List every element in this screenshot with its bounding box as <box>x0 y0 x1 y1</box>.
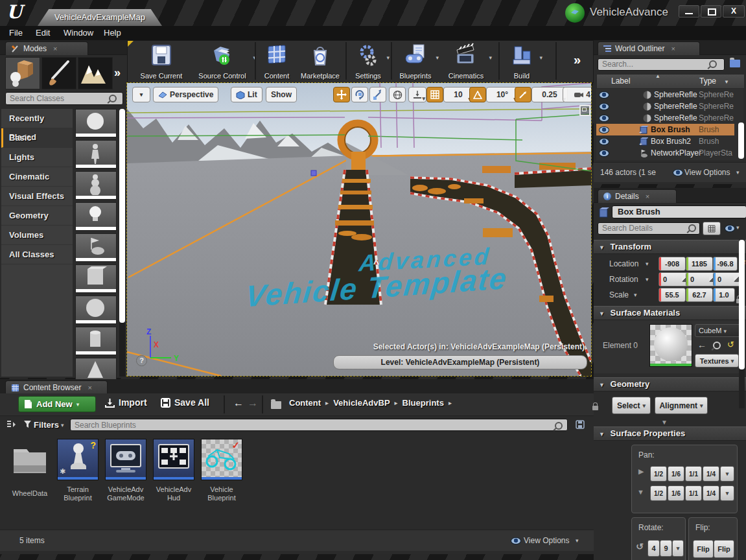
scale-dropdown-icon[interactable]: ▾ <box>634 292 637 298</box>
asset-vehicleadv-hud[interactable]: VehicleAdv Hud <box>149 439 198 502</box>
save-search-icon[interactable] <box>576 420 585 429</box>
asset-wheeldata[interactable]: WheelData <box>5 439 54 498</box>
show-button[interactable]: Show <box>266 87 297 102</box>
outliner-row[interactable]: NetworkPlayer PlayerSta <box>596 147 734 159</box>
world-outliner-tab[interactable]: World Outliner × <box>598 41 700 55</box>
category-lights[interactable]: Lights <box>1 148 73 167</box>
settings-button[interactable]: Settings ▾ <box>349 43 387 82</box>
details-close-icon[interactable]: × <box>646 192 649 200</box>
rotation-snap-toggle[interactable] <box>469 87 486 102</box>
add-new-button[interactable]: Add New ▾ <box>18 396 96 412</box>
visibility-eye-icon[interactable] <box>599 126 609 134</box>
category-geometry[interactable]: Geometry <box>1 206 73 226</box>
rotation-label[interactable]: Rotation <box>609 275 638 284</box>
outliner-row-selected[interactable]: + Box Brush Brush <box>596 124 734 135</box>
blueprints-dropdown-icon[interactable]: ▾ <box>436 54 439 61</box>
pan-u-button-1[interactable]: 1/2 <box>650 466 667 482</box>
content-view-options-dropdown[interactable]: ▾ <box>576 537 579 544</box>
location-z-field[interactable]: -96.8 <box>713 257 738 271</box>
details-search-input[interactable] <box>598 222 700 235</box>
modes-scrollbar-thumb[interactable] <box>119 109 125 323</box>
flip-v-button[interactable]: Flip <box>714 540 734 558</box>
rotate-tool-button[interactable] <box>351 87 368 102</box>
scale-z-field[interactable]: 1.0 <box>713 288 735 302</box>
restore-button[interactable] <box>701 5 721 18</box>
rotation-dropdown-icon[interactable]: ▾ <box>646 276 649 283</box>
maximize-viewport-button[interactable] <box>579 105 590 116</box>
rotate-button-90[interactable]: 9 <box>660 540 672 557</box>
geometry-select-button[interactable]: Select▾ <box>612 397 651 414</box>
outliner-row[interactable]: + Box Brush2 Brush <box>596 135 734 147</box>
filters-button[interactable]: Filters <box>34 420 59 430</box>
asset-terrain-blueprint[interactable]: ? ✱ Terrain Blueprint <box>53 439 102 502</box>
pan-v-dropdown[interactable]: ▾ <box>720 485 734 501</box>
content-browser-tab[interactable]: Content Browser × <box>5 380 108 394</box>
content-view-options[interactable]: View Options <box>524 536 569 545</box>
paint-mode-button[interactable] <box>41 57 76 89</box>
breadcrumb-blueprints[interactable]: Blueprints <box>402 398 444 408</box>
column-label[interactable]: Label <box>611 76 630 86</box>
search-classes-input[interactable] <box>5 92 123 105</box>
menu-edit[interactable]: Edit <box>36 28 50 38</box>
blueprints-button[interactable]: Blueprints ▾ <box>395 43 436 82</box>
scale-label[interactable]: Scale <box>609 290 629 299</box>
modes-scrollbar-track[interactable] <box>119 109 125 377</box>
placement-character[interactable] <box>75 140 117 169</box>
close-button[interactable]: X <box>723 5 745 18</box>
material-dropdown[interactable]: CubeM ▾ <box>695 324 741 337</box>
textures-dropdown-button[interactable]: Textures▾ <box>695 354 739 368</box>
content-search-input[interactable] <box>70 419 568 431</box>
outliner-row[interactable]: SphereRefle SphereRe <box>596 100 734 112</box>
placement-cylinder[interactable] <box>75 327 117 355</box>
details-scrollbar-track[interactable] <box>739 240 745 408</box>
lit-button[interactable]: Lit <box>231 87 262 102</box>
actor-name-field[interactable]: Box Brush <box>612 205 746 218</box>
asset-vehicleadv-gamemode[interactable]: VehicleAdv GameMode <box>101 439 150 502</box>
modes-overflow-chevron[interactable]: » <box>114 66 121 80</box>
location-x-field[interactable]: -908 <box>659 257 686 271</box>
material-thumbnail[interactable] <box>649 324 692 367</box>
location-dropdown-icon[interactable]: ▾ <box>646 261 649 267</box>
rotation-y-field[interactable]: 0 <box>686 272 717 286</box>
geometry-section-header[interactable]: ▼ Geometry <box>594 377 746 391</box>
world-outliner-close-icon[interactable]: × <box>671 45 675 52</box>
rotation-snap-value[interactable]: 10° ▾ <box>486 87 519 102</box>
geometry-alignment-button[interactable]: Alignment▾ <box>655 397 708 414</box>
build-dropdown-icon[interactable]: ▾ <box>539 54 542 61</box>
menu-file[interactable]: File <box>9 28 23 38</box>
pan-u-button-4[interactable]: 1/4 <box>703 466 719 482</box>
breadcrumb-content[interactable]: Content <box>289 398 321 408</box>
content-button[interactable]: Content <box>259 43 295 82</box>
save-current-button[interactable]: Save Current <box>133 43 190 82</box>
placement-pawn[interactable] <box>75 171 117 200</box>
pan-v-button-2[interactable]: 1/6 <box>668 485 684 501</box>
pan-v-button-4[interactable]: 1/4 <box>703 485 719 501</box>
category-volumes[interactable]: Volumes <box>1 226 73 245</box>
import-button[interactable]: Import <box>105 397 147 408</box>
category-all-classes[interactable]: All Classes <box>1 245 73 264</box>
modes-tab-close-icon[interactable]: × <box>53 45 57 52</box>
rotation-x-field[interactable]: 0 <box>659 272 690 286</box>
visibility-eye-icon[interactable] <box>599 115 609 122</box>
menu-window[interactable]: Window <box>64 28 93 38</box>
rotate-dropdown[interactable]: ▾ <box>672 540 684 557</box>
pan-u-button-3[interactable]: 1/1 <box>685 466 702 482</box>
viewport-options-button[interactable]: ▾ <box>132 87 150 102</box>
toolbar-overflow-chevron[interactable]: » <box>574 52 581 67</box>
transform-section-header[interactable]: ▼ Transform <box>594 240 746 254</box>
category-cinematic[interactable]: Cinematic <box>1 167 73 187</box>
perspective-button[interactable]: Perspective <box>153 87 218 102</box>
category-recently-placed[interactable]: Recently Placed <box>1 109 73 128</box>
scale-x-field[interactable]: 55.5 <box>659 288 686 302</box>
outliner-view-options[interactable]: View Options <box>684 168 730 177</box>
pan-u-dropdown[interactable]: ▾ <box>720 466 734 482</box>
surface-snap-button[interactable]: ▾ <box>408 87 426 102</box>
view-options-dropdown-icon[interactable]: ▾ <box>736 169 740 176</box>
placement-cube[interactable] <box>75 264 117 293</box>
visibility-eye-icon[interactable] <box>599 91 609 99</box>
cinematics-button[interactable]: Cinematics ▾ <box>443 43 489 82</box>
back-button[interactable]: ← <box>233 397 244 409</box>
scale-y-field[interactable]: 62.7 <box>686 288 713 302</box>
material-browse-icon[interactable] <box>713 342 721 349</box>
details-scrollbar-thumb[interactable] <box>739 240 745 369</box>
